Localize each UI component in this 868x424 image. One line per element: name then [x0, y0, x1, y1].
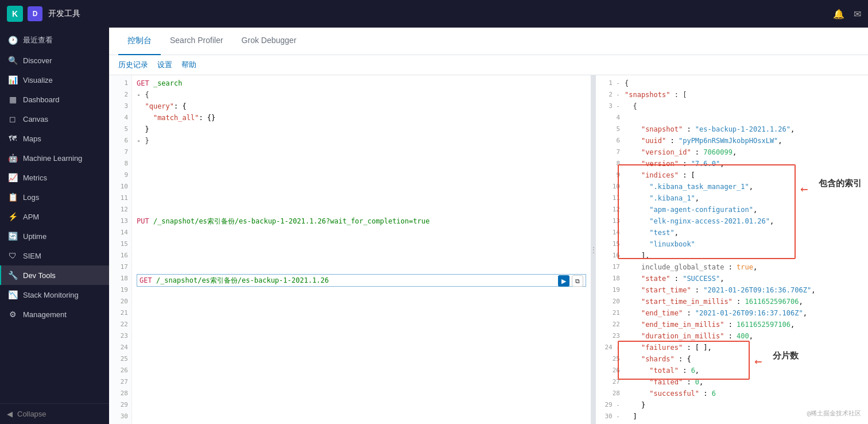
sidebar-item-machine-learning[interactable]: 🤖 Machine Learning — [0, 148, 109, 168]
sidebar-item-logs[interactable]: 📋 Logs — [0, 187, 109, 207]
result-line-9: 9 "indices" : [ — [596, 169, 868, 181]
sidebar-item-maps-label: Maps — [23, 134, 41, 143]
logs-icon: 📋 — [8, 192, 17, 202]
result-line-7: 7 "version_id" : 7060099, — [596, 147, 868, 158]
tab-search-profiler[interactable]: Search Profiler — [161, 28, 232, 55]
editor-panel: 12345 678910 1112131415 1617181920 21222… — [109, 75, 591, 424]
panel-divider[interactable] — [591, 75, 596, 424]
copy-button[interactable]: ⧉ — [572, 275, 583, 287]
code-line-27 — [137, 379, 586, 390]
visualize-icon: 📊 — [8, 75, 17, 84]
sidebar-item-metrics[interactable]: 📈 Metrics — [0, 168, 109, 187]
code-line-29 — [137, 402, 586, 413]
notification-icon[interactable]: 🔔 — [833, 9, 844, 20]
header-icons: 🔔 ✉ — [833, 9, 861, 20]
sidebar-item-discover-label: Discover — [23, 56, 52, 65]
code-line-1: GET _search — [137, 78, 586, 89]
apm-icon: ⚡ — [8, 212, 17, 221]
sidebar-item-stack-monitoring[interactable]: 📉 Stack Monitoring — [0, 285, 109, 304]
sidebar: 🕐 最近查看 🔍 Discover 📊 Visualize ▦ Dashboar… — [0, 28, 109, 424]
discover-icon: 🔍 — [8, 56, 17, 65]
history-button[interactable]: 历史记录 — [118, 60, 148, 70]
sidebar-item-stack-monitoring-label: Stack Monitoring — [23, 291, 79, 299]
sidebar-item-management-label: Management — [23, 310, 67, 319]
code-line-15 — [137, 240, 586, 251]
maps-icon: 🗺 — [8, 134, 17, 143]
sidebar-item-visualize[interactable]: 📊 Visualize — [0, 70, 109, 90]
result-line-19: 19 "start_time" : "2021-01-26T09:16:36.7… — [596, 284, 868, 296]
kibana-logo: K — [7, 6, 23, 22]
result-line-5: 5 "snapshot" : "es-backup-1-2021.1.26", — [596, 124, 868, 135]
code-line-2: - { — [137, 89, 586, 101]
sidebar-item-discover[interactable]: 🔍 Discover — [0, 51, 109, 70]
editor-content[interactable]: 12345 678910 1112131415 1617181920 21222… — [109, 75, 591, 424]
sidebar-item-canvas[interactable]: ◻ Canvas — [0, 109, 109, 129]
stack-monitoring-icon: 📉 — [8, 290, 17, 299]
get18-keyword: GET — [140, 275, 152, 286]
sidebar-item-uptime[interactable]: 🔄 Uptime — [0, 226, 109, 246]
code-line-9 — [137, 169, 586, 181]
tab-console[interactable]: 控制台 — [118, 28, 161, 55]
result-line-18: 18 "state" : "SUCCESS", — [596, 273, 868, 284]
sidebar-item-logs-label: Logs — [23, 193, 39, 202]
sidebar-recent[interactable]: 🕐 最近查看 — [0, 30, 109, 51]
code-line-11 — [137, 192, 586, 204]
sidebar-item-dev-tools[interactable]: 🔧 Dev Tools — [0, 265, 109, 285]
code-line-18[interactable]: GET /_snapshot/es索引备份/es-backup-1-2021.1… — [137, 274, 586, 287]
sidebar-item-siem[interactable]: 🛡 SIEM — [0, 246, 109, 265]
code-line-5: } — [137, 124, 586, 135]
result-line-1: 1 -{ — [596, 78, 868, 89]
get18-path: /_snapshot/es索引备份/es-backup-1-2021.1.26 — [156, 275, 329, 286]
editor-code[interactable]: GET _search - { "query": { "match_all": … — [132, 75, 591, 424]
sidebar-item-management[interactable]: ⚙ Management — [0, 304, 109, 324]
mail-icon[interactable]: ✉ — [854, 9, 861, 20]
sidebar-collapse-button[interactable]: ◀ Collapse — [0, 403, 109, 424]
collapse-icon: ◀ — [7, 410, 13, 418]
siem-icon: 🛡 — [8, 251, 17, 260]
sidebar-item-dashboard-label: Dashboard — [23, 95, 60, 104]
put-keyword: PUT — [137, 215, 149, 227]
run-button[interactable]: ▶ — [558, 275, 569, 287]
sidebar-item-metrics-label: Metrics — [23, 174, 47, 182]
result-line-10: 10 ".kibana_task_manager_1", — [596, 181, 868, 192]
result-line-6: 6 "uuid" : "pyPMp6nRSWmJkobpHOsxLW", — [596, 135, 868, 147]
canvas-icon: ◻ — [8, 114, 17, 124]
code-line-17 — [137, 263, 586, 274]
code-line-12 — [137, 204, 586, 215]
sidebar-item-apm[interactable]: ⚡ APM — [0, 207, 109, 226]
result-line-30: 30 - ] — [596, 411, 868, 422]
collapse-label: Collapse — [17, 410, 46, 418]
result-line-26: 26 "total" : 6, — [596, 365, 868, 376]
code-line-3: "query": { — [137, 101, 586, 112]
clock-icon: 🕐 — [8, 36, 17, 45]
result-line-23: 23 "duration_in_millis" : 400, — [596, 330, 868, 342]
result-line-11: 11 ".kibana_1", — [596, 192, 868, 204]
content-area: 控制台 Search Profiler Grok Debugger 历史记录 设… — [109, 28, 868, 424]
code-line-14 — [137, 228, 586, 240]
code-path: _search — [153, 78, 183, 89]
code-line-6: - } — [137, 135, 586, 147]
dev-tools-icon: 🔧 — [8, 271, 17, 280]
result-line-8: 8 "version" : "7.6.0", — [596, 158, 868, 169]
result-line-15: 15 "linuxbook" — [596, 238, 868, 250]
code-line-7 — [137, 147, 586, 158]
sidebar-item-dashboard[interactable]: ▦ Dashboard — [0, 90, 109, 109]
result-line-28: 28 "successful" : 6 — [596, 388, 868, 399]
code-line-22 — [137, 321, 586, 333]
code-line-8 — [137, 158, 586, 169]
sidebar-item-apm-label: APM — [23, 213, 39, 221]
settings-button[interactable]: 设置 — [157, 60, 172, 70]
uptime-icon: 🔄 — [8, 232, 17, 241]
management-icon: ⚙ — [8, 310, 17, 319]
app-title: 开发工具 — [48, 9, 833, 19]
tab-grok-debugger[interactable]: Grok Debugger — [232, 28, 306, 55]
result-line-13: 13 "elk-nginx-access-2021.01.26", — [596, 215, 868, 227]
sidebar-item-maps[interactable]: 🗺 Maps — [0, 129, 109, 148]
code-line-10 — [137, 181, 586, 192]
code-line-21 — [137, 310, 586, 321]
help-button[interactable]: 帮助 — [181, 60, 196, 70]
put-path: /_snapshot/es索引备份/es-backup-1-2021.1.26?… — [153, 215, 429, 227]
code-line-4: "match_all": {} — [137, 112, 586, 124]
toolbar: 历史记录 设置 帮助 — [109, 55, 868, 75]
user-avatar[interactable]: D — [28, 6, 42, 21]
